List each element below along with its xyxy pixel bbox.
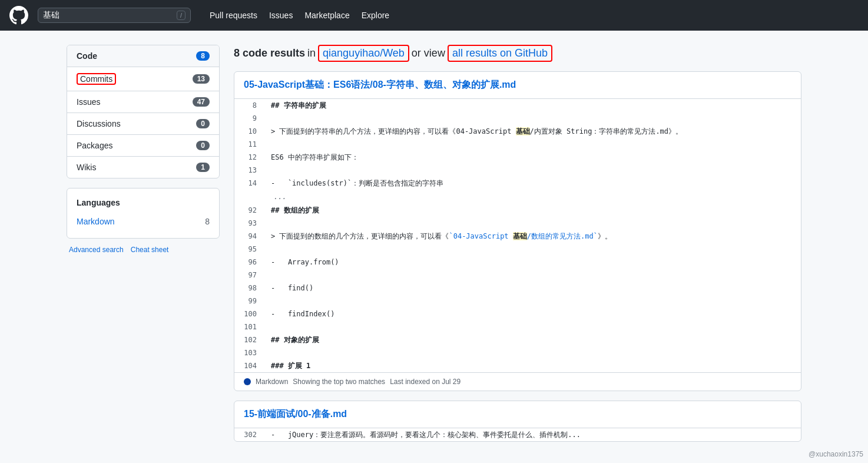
result-card-2: 15-前端面试/00-准备.md 302 - jQuery：要注意看源码。看源码… bbox=[234, 401, 801, 442]
line-content: > 下面提到的字符串的几个方法，更详细的内容，可以看《04-JavaScript… bbox=[264, 125, 801, 138]
line-num[interactable]: 9 bbox=[234, 112, 264, 125]
code-line-93: 93 bbox=[234, 217, 801, 230]
line-content bbox=[264, 269, 801, 282]
line-num[interactable]: 93 bbox=[234, 217, 264, 230]
sidebar-item-packages[interactable]: Packages 0 bbox=[67, 135, 219, 157]
code-line-102: 102 ## 对象的扩展 bbox=[234, 333, 801, 346]
code-line-13: 13 bbox=[234, 164, 801, 177]
line-num[interactable]: 11 bbox=[234, 138, 264, 151]
commits-label: Commits bbox=[80, 74, 112, 84]
issues-label: Issues bbox=[77, 97, 100, 107]
line-num[interactable]: 97 bbox=[234, 269, 264, 282]
code-line-8: 8 ## 字符串的扩展 bbox=[234, 99, 801, 112]
code-line-14: 14 - `includes(str)`：判断是否包含指定的字符串 bbox=[234, 177, 801, 190]
line-num[interactable]: 102 bbox=[234, 333, 264, 346]
line-content bbox=[264, 164, 801, 177]
line-content: > 下面提到的数组的几个方法，更详细的内容，可以看《`04-JavaScript… bbox=[264, 230, 801, 243]
line-content bbox=[264, 138, 801, 151]
line-num[interactable]: 101 bbox=[234, 320, 264, 333]
discussions-label: Discussions bbox=[77, 119, 121, 128]
result-card-2-header: 15-前端面试/00-准备.md bbox=[234, 401, 801, 428]
line-num[interactable]: 96 bbox=[234, 256, 264, 269]
nav-pull-requests[interactable]: Pull requests bbox=[205, 8, 262, 22]
code-line-97: 97 bbox=[234, 269, 801, 282]
packages-label: Packages bbox=[77, 141, 112, 150]
sidebar: Code 8 Commits 13 Issues 47 Discussions … bbox=[67, 45, 220, 451]
result-card-1: 05-JavaScript基础：ES6语法/08-字符串、数组、对象的扩展.md… bbox=[234, 71, 801, 391]
line-num[interactable]: 14 bbox=[234, 177, 264, 190]
sidebar-item-wikis[interactable]: Wikis 1 bbox=[67, 157, 219, 178]
issues-badge: 47 bbox=[193, 97, 210, 107]
code-separator: ... bbox=[234, 190, 801, 204]
line-num[interactable]: 104 bbox=[234, 359, 264, 372]
language-name[interactable]: Markdown bbox=[77, 217, 115, 226]
line-num[interactable]: 99 bbox=[234, 295, 264, 307]
result-card-1-header: 05-JavaScript基础：ES6语法/08-字符串、数组、对象的扩展.md bbox=[234, 72, 801, 99]
line-content: ## 数组的扩展 bbox=[264, 204, 801, 217]
github-all-results-link[interactable]: all results on GitHub bbox=[448, 45, 552, 62]
separator-content: ... bbox=[264, 190, 801, 204]
result-2-title-link[interactable]: 15-前端面试/00-准备.md bbox=[244, 409, 347, 419]
line-num[interactable]: 92 bbox=[234, 204, 264, 217]
github-logo[interactable] bbox=[9, 6, 28, 25]
code-line-92: 92 ## 数组的扩展 bbox=[234, 204, 801, 217]
line-content bbox=[264, 243, 801, 256]
code-line-96: 96 - Array.from() bbox=[234, 256, 801, 269]
line-num[interactable]: 8 bbox=[234, 99, 264, 112]
code-line-101: 101 bbox=[234, 320, 801, 333]
nav-marketplace[interactable]: Marketplace bbox=[300, 8, 354, 22]
language-item-markdown: Markdown 8 bbox=[77, 214, 210, 229]
search-shortcut: / bbox=[177, 11, 185, 20]
advanced-search-link[interactable]: Advanced search bbox=[69, 246, 124, 254]
sidebar-item-issues[interactable]: Issues 47 bbox=[67, 91, 219, 113]
cheat-sheet-link[interactable]: Cheat sheet bbox=[131, 246, 169, 254]
code-line-11: 11 bbox=[234, 138, 801, 151]
nav-issues[interactable]: Issues bbox=[264, 8, 297, 22]
sidebar-item-commits[interactable]: Commits 13 bbox=[67, 67, 219, 91]
line-num[interactable]: 13 bbox=[234, 164, 264, 177]
result-1-lang: Markdown bbox=[256, 378, 288, 386]
search-input[interactable] bbox=[43, 11, 172, 20]
wikis-label: Wikis bbox=[77, 163, 96, 172]
code-table-2: 302 - jQuery：要注意看源码。看源码时，要看这几个：核心架构、事件委托… bbox=[234, 428, 801, 441]
wikis-badge: 1 bbox=[196, 163, 210, 172]
sidebar-item-discussions[interactable]: Discussions 0 bbox=[67, 113, 219, 135]
line-num[interactable]: 103 bbox=[234, 346, 264, 359]
main-content: 8 code results in qianguyihao/Web or vie… bbox=[234, 45, 801, 451]
line-num[interactable]: 10 bbox=[234, 125, 264, 138]
code-line-99: 99 bbox=[234, 295, 801, 307]
code-line-10: 10 > 下面提到的字符串的几个方法，更详细的内容，可以看《04-JavaScr… bbox=[234, 125, 801, 138]
line-num[interactable]: 100 bbox=[234, 307, 264, 320]
commits-badge: 13 bbox=[193, 74, 210, 84]
packages-badge: 0 bbox=[196, 141, 210, 150]
line-num[interactable]: 94 bbox=[234, 230, 264, 243]
search-box[interactable]: / bbox=[38, 8, 191, 23]
repo-link[interactable]: qianguyihao/Web bbox=[318, 45, 409, 62]
line-num[interactable]: 95 bbox=[234, 243, 264, 256]
code-line-98: 98 - find() bbox=[234, 282, 801, 295]
line-num[interactable]: 98 bbox=[234, 282, 264, 295]
result-1-footer: Markdown Showing the top two matches Las… bbox=[234, 372, 801, 391]
line-content: ES6 中的字符串扩展如下： bbox=[264, 151, 801, 164]
line-num[interactable]: 12 bbox=[234, 151, 264, 164]
results-count: 8 code results bbox=[234, 47, 305, 59]
nav-explore[interactable]: Explore bbox=[357, 8, 394, 22]
languages-section: Languages Markdown 8 bbox=[67, 188, 220, 239]
result-1-title-link[interactable]: 05-JavaScript基础：ES6语法/08-字符串、数组、对象的扩展.md bbox=[244, 80, 516, 90]
line-content: - Array.from() bbox=[264, 256, 801, 269]
code-line-302: 302 - jQuery：要注意看源码。看源码时，要看这几个：核心架构、事件委托… bbox=[234, 428, 801, 441]
line-content: - `includes(str)`：判断是否包含指定的字符串 bbox=[264, 177, 801, 190]
languages-title: Languages bbox=[77, 198, 210, 207]
line-num bbox=[234, 190, 264, 204]
watermark: @xuchaoxin1375 bbox=[809, 450, 863, 458]
lang-dot bbox=[244, 378, 251, 385]
line-content: ## 对象的扩展 bbox=[264, 333, 801, 346]
sidebar-item-code[interactable]: Code 8 bbox=[67, 45, 219, 67]
line-content: ## 字符串的扩展 bbox=[264, 99, 801, 112]
results-header: 8 code results in qianguyihao/Web or vie… bbox=[234, 45, 801, 62]
code-line-104: 104 ### 扩展 1 bbox=[234, 359, 801, 372]
line-content: - findIndex() bbox=[264, 307, 801, 320]
line-num[interactable]: 302 bbox=[234, 428, 264, 441]
code-line-95: 95 bbox=[234, 243, 801, 256]
filter-section: Code 8 Commits 13 Issues 47 Discussions … bbox=[67, 45, 220, 178]
